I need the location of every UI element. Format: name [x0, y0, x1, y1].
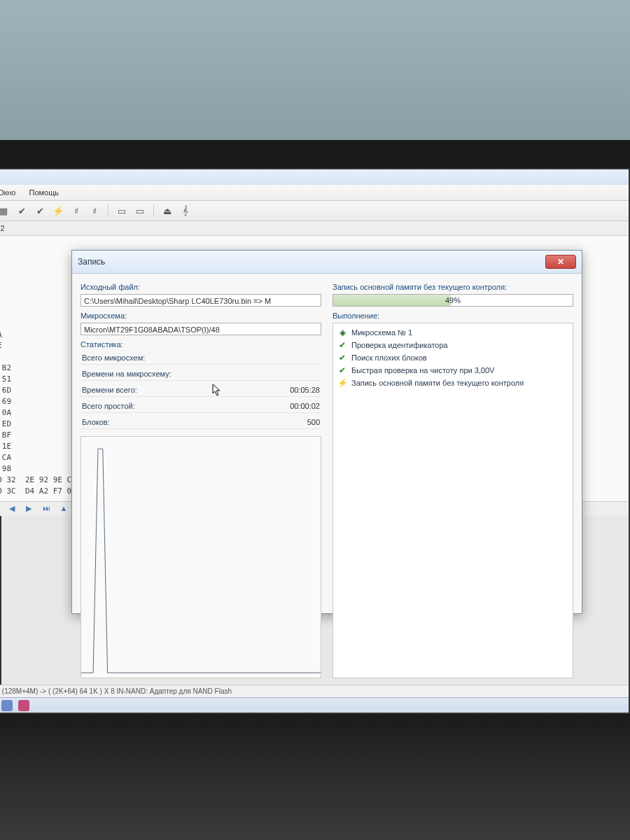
execution-step: ✔Проверка идентификатора: [336, 339, 570, 351]
step-text: Запись основной памяти без текущего конт…: [351, 379, 524, 387]
nav-last-icon[interactable]: ⏭: [43, 504, 52, 514]
write-dialog: Запись ✕ Исходный файл: C:\Users\Mihail\…: [71, 250, 582, 614]
progress-text: 49%: [333, 295, 573, 306]
step-text: Микросхема № 1: [351, 328, 412, 337]
file-tab[interactable]: 0ru.bin => MT2: [0, 221, 629, 236]
nav-next-icon[interactable]: ▶: [26, 504, 36, 514]
bolt-icon: ⚡: [337, 378, 347, 388]
stat-value: 00:05:28: [290, 386, 320, 394]
execution-step: ✔Поиск плохих блоков: [336, 351, 570, 364]
laptop-body: [0, 714, 630, 840]
check-icon: ✔: [337, 340, 347, 350]
chip-field[interactable]: Micron\MT29F1G08ABADA\TSOP(I)/48: [80, 323, 321, 335]
dialog-titlebar[interactable]: Запись ✕: [72, 251, 582, 274]
check-icon: ✔: [337, 353, 347, 363]
execution-step: ✔Быстрая проверка на чистоту при 3,00V: [336, 364, 570, 377]
stat-key: Всего простой:: [82, 402, 135, 410]
app-titlebar: Star 3.0: [0, 169, 629, 185]
close-button[interactable]: ✕: [545, 255, 576, 269]
step-text: Поиск плохих блоков: [351, 354, 427, 362]
toolbar-wrench-icon[interactable]: 𝄞: [178, 204, 192, 218]
stats-label: Статистика:: [80, 340, 321, 349]
step-text: Быстрая проверка на чистоту при 3,00V: [351, 366, 494, 374]
stat-key: Всего микросхем:: [82, 354, 145, 362]
toolbar-eject-icon[interactable]: ⏏: [160, 204, 174, 218]
execution-step: ◈Микросхема № 1: [336, 326, 570, 339]
dialog-left-column: Исходный файл: C:\Users\Mihail\Desktop\S…: [80, 281, 321, 678]
stat-idle-total: Всего простой: 00:00:02: [80, 400, 321, 413]
laptop-screen: Star 3.0 Режимы Окно Помощь ▾ ⇊ ▦ ✔ ✔ ⚡ …: [0, 168, 630, 714]
close-icon: ✕: [557, 257, 564, 267]
chip-icon: ◈: [337, 328, 347, 337]
toolbar-tune2-icon[interactable]: ♯: [88, 204, 102, 218]
laptop-bezel: [0, 140, 630, 168]
step-text: Проверка идентификатора: [351, 341, 448, 349]
toolbar-separator: [108, 204, 108, 217]
toolbar-tune-icon[interactable]: ♯: [69, 204, 83, 218]
execution-steps: ◈Микросхема № 1✔Проверка идентификатора✔…: [332, 323, 573, 678]
progress-bar: 49%: [332, 294, 573, 307]
menu-help[interactable]: Помощь: [24, 187, 65, 198]
stat-key: Времени на микросхему:: [82, 370, 172, 378]
stat-key: Блоков:: [82, 418, 110, 426]
toolbar-check-icon[interactable]: ✔: [15, 204, 29, 218]
execution-label: Выполнение:: [332, 312, 573, 320]
execution-step: ⚡Запись основной памяти без текущего кон…: [336, 377, 570, 389]
nav-prev-icon[interactable]: ◀: [9, 504, 19, 514]
toolbar-separator: [153, 204, 154, 217]
nav-first-icon[interactable]: ⏮: [0, 504, 2, 514]
chip-label: Микросхема:: [80, 312, 321, 320]
toolbar-save-icon[interactable]: ▦: [0, 204, 10, 218]
stat-blocks: Блоков: 500: [80, 416, 321, 429]
taskbar-app2-icon[interactable]: [18, 700, 29, 711]
source-file-field[interactable]: C:\Users\Mihail\Desktop\Sharp LC40LE730r…: [80, 294, 321, 307]
taskbar[interactable]: [0, 697, 629, 713]
progress-label: Запись основной памяти без текущего конт…: [332, 283, 573, 291]
taskbar-app-icon[interactable]: [1, 700, 13, 711]
nav-up-icon[interactable]: ▲: [59, 504, 69, 514]
stats-graph: [80, 436, 321, 678]
toolbar-chip-icon[interactable]: ▭: [115, 204, 129, 218]
photo-background: [0, 0, 630, 140]
dialog-title-text: Запись: [78, 257, 105, 267]
stat-time-total: Времени всего: 00:05:28: [80, 384, 321, 397]
stat-time-per-chip: Времени на микросхему:: [80, 368, 321, 381]
stat-value: 500: [307, 418, 320, 426]
cursor-icon: [212, 384, 222, 396]
stat-total-chips: Всего микросхем:: [80, 351, 321, 365]
toolbar: ▾ ⇊ ▦ ✔ ✔ ⚡ ♯ ♯ ▭ ▭ ⏏ 𝄞: [0, 201, 629, 221]
check-icon: ✔: [337, 365, 347, 375]
statusbar: 48 2C/F1-80-95 (128M+4M) -> ( (2K+64) 64…: [0, 685, 629, 697]
menubar: Режимы Окно Помощь: [0, 185, 629, 201]
dialog-right-column: Запись основной памяти без текущего конт…: [332, 281, 573, 678]
menu-window[interactable]: Окно: [0, 187, 21, 198]
toolbar-check2-icon[interactable]: ✔: [33, 204, 47, 218]
toolbar-bolt-icon[interactable]: ⚡: [51, 204, 65, 218]
stat-key: Времени всего:: [82, 386, 137, 394]
source-file-label: Исходный файл:: [80, 283, 321, 291]
toolbar-chip2-icon[interactable]: ▭: [133, 204, 147, 218]
stat-value: 00:00:02: [290, 402, 320, 410]
